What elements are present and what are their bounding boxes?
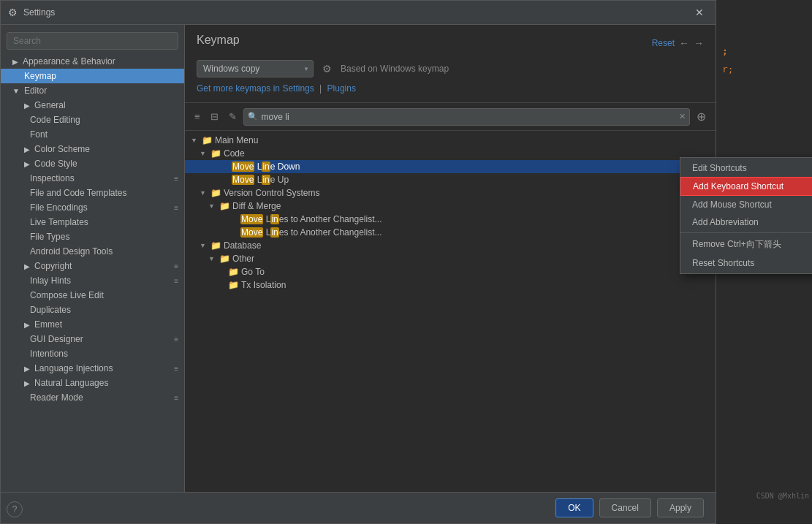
tree-search-input[interactable] xyxy=(243,108,690,126)
node-label: Main Menu xyxy=(215,135,710,145)
sidebar-item-label: Editor xyxy=(24,86,47,96)
nav-forward-button[interactable]: → xyxy=(694,37,704,49)
tree-node-move-line-down[interactable]: Move Line Down Ctrl+↓ xyxy=(185,160,716,173)
expand-arrow: ▶ xyxy=(12,58,18,66)
main-content-area: Keymap Reset ← → Windows copy ⚙ Based on… xyxy=(185,25,716,492)
help-button[interactable]: ? xyxy=(7,501,23,517)
expand-icon: ▼ xyxy=(200,189,208,197)
sidebar-item-code-editing[interactable]: Code Editing xyxy=(1,113,184,127)
sidebar-item-live-templates[interactable]: Live Templates xyxy=(1,215,184,229)
sidebar-search-input[interactable] xyxy=(7,32,178,50)
sidebar-item-code-style[interactable]: ▶ Code Style xyxy=(1,156,184,171)
context-menu-item-add-keyboard-shortcut[interactable]: Add Keyboard Shortcut xyxy=(680,177,812,196)
tree-node-goto[interactable]: 📁 Go To xyxy=(185,265,716,278)
close-button[interactable]: ✕ xyxy=(691,5,708,20)
highlight-li: in xyxy=(270,214,278,224)
more-keymaps-link[interactable]: Get more keymaps in Settings xyxy=(197,83,314,94)
tree-node-code[interactable]: ▼ 📁 Code xyxy=(185,147,716,160)
context-menu-item-add-mouse-shortcut[interactable]: Add Mouse Shortcut xyxy=(680,196,812,213)
sidebar-item-label: Inspections xyxy=(30,173,75,183)
expand-icon: ▼ xyxy=(208,202,217,210)
sidebar-item-inlay-hints[interactable]: Inlay Hints ≡ xyxy=(1,273,184,288)
nav-back-button[interactable]: ← xyxy=(679,37,689,49)
badge-icon: ≡ xyxy=(174,335,178,343)
tree-node-move-line-up[interactable]: Move Line Up Ctrl+↑ xyxy=(185,173,716,186)
context-menu-item-add-abbreviation[interactable]: Add Abbreviation xyxy=(680,213,812,231)
context-menu-item-edit-shortcuts[interactable]: Edit Shortcuts xyxy=(680,159,812,177)
sidebar-item-keymap[interactable]: Keymap xyxy=(1,69,184,83)
sidebar-item-color-scheme[interactable]: ▶ Color Scheme xyxy=(1,142,184,156)
expand-icon: ▼ xyxy=(200,242,208,249)
sidebar-item-android-design-tools[interactable]: Android Design Tools xyxy=(1,244,184,259)
ok-button[interactable]: OK xyxy=(555,498,593,517)
sidebar-item-label: Android Design Tools xyxy=(30,246,113,257)
sidebar-item-editor[interactable]: ▼ Editor xyxy=(1,83,184,98)
expand-arrow: ▶ xyxy=(24,321,30,329)
tree-node-tx-isolation[interactable]: 📁 Tx Isolation xyxy=(185,278,716,292)
badge-icon: ≡ xyxy=(174,204,178,212)
sidebar-item-label: Copyright xyxy=(34,261,72,271)
sidebar-item-file-code-templates[interactable]: File and Code Templates xyxy=(1,186,184,200)
highlight-move: Move xyxy=(240,227,263,238)
find-usages-button[interactable]: ⊕ xyxy=(693,107,710,126)
plugins-link[interactable]: Plugins xyxy=(327,83,356,94)
sidebar-item-label: Compose Live Edit xyxy=(30,290,104,300)
sidebar-item-label: Reader Mode xyxy=(30,392,83,403)
sidebar-item-duplicates[interactable]: Duplicates xyxy=(1,303,184,317)
sidebar-item-appearance-behavior[interactable]: ▶ Appearance & Behavior xyxy=(1,54,184,69)
cancel-button[interactable]: Cancel xyxy=(599,498,651,517)
search-clear-button[interactable]: ✕ xyxy=(679,112,686,121)
folder-icon: 📁 xyxy=(219,201,230,211)
sidebar-item-copyright[interactable]: ▶ Copyright ≡ xyxy=(1,259,184,273)
sidebar-item-language-injections[interactable]: ▶ Language Injections ≡ xyxy=(1,361,184,376)
highlight-li2: in xyxy=(262,175,270,185)
sidebar-item-label: Keymap xyxy=(24,71,56,81)
sidebar-item-compose-live-edit[interactable]: Compose Live Edit xyxy=(1,288,184,303)
sidebar-item-inspections[interactable]: Inspections ≡ xyxy=(1,171,184,186)
context-menu-item-remove-ctrl[interactable]: Remove Ctrl+向下箭头 xyxy=(680,235,812,254)
sidebar-item-label: Code Style xyxy=(34,159,77,169)
sidebar-item-label: Language Injections xyxy=(34,363,113,373)
tree-node-move-lines-changelist1[interactable]: Move Lines to Another Changelist... Alt+… xyxy=(185,213,716,226)
dialog-body: ▶ Appearance & Behavior Keymap ▼ Editor … xyxy=(1,25,716,492)
sidebar-item-file-encodings[interactable]: File Encodings ≡ xyxy=(1,200,184,215)
highlight-li: in xyxy=(270,227,278,238)
folder-icon: 📁 xyxy=(202,135,213,145)
sidebar-item-natural-languages[interactable]: ▶ Natural Languages xyxy=(1,376,184,390)
reset-link[interactable]: Reset xyxy=(652,38,675,48)
tree-node-database[interactable]: ▼ 📁 Database xyxy=(185,239,716,252)
keymap-dropdown[interactable]: Windows copy xyxy=(197,60,314,77)
sidebar-item-general[interactable]: ▶ General xyxy=(1,98,184,113)
keymap-gear-button[interactable]: ⚙ xyxy=(319,61,335,76)
sidebar-item-gui-designer[interactable]: GUI Designer ≡ xyxy=(1,332,184,346)
context-menu-separator xyxy=(680,232,812,233)
expand-all-button[interactable]: ≡ xyxy=(191,109,204,124)
tree-node-main-menu[interactable]: ▼ 📁 Main Menu xyxy=(185,134,716,147)
keymap-based-label: Based on Windows keymap xyxy=(341,64,449,74)
folder-icon: 📁 xyxy=(228,280,239,290)
folder-icon: 📁 xyxy=(228,267,239,277)
pipe-separator: | xyxy=(319,83,324,94)
sidebar-item-intentions[interactable]: Intentions xyxy=(1,346,184,361)
node-label: Code xyxy=(224,148,710,159)
keymap-header: Keymap Reset ← → Windows copy ⚙ Based on… xyxy=(185,25,716,103)
tree-node-other[interactable]: ▼ 📁 Other xyxy=(185,252,716,265)
app-icon: ⚙ xyxy=(8,7,18,18)
apply-button[interactable]: Apply xyxy=(657,498,704,517)
badge-icon: ≡ xyxy=(174,394,178,402)
collapse-all-button[interactable]: ⊟ xyxy=(207,109,222,124)
expand-arrow: ▶ xyxy=(24,145,30,153)
sidebar-item-emmet[interactable]: ▶ Emmet xyxy=(1,317,184,332)
edit-button[interactable]: ✎ xyxy=(225,109,240,124)
tree-node-diff-merge[interactable]: ▼ 📁 Diff & Merge xyxy=(185,200,716,213)
badge-icon: ≡ xyxy=(174,175,178,183)
sidebar-item-reader-mode[interactable]: Reader Mode ≡ xyxy=(1,390,184,405)
sidebar-item-font[interactable]: Font xyxy=(1,127,184,142)
sidebar-item-label: Color Scheme xyxy=(34,144,90,154)
tree-node-vcs[interactable]: ▼ 📁 Version Control Systems xyxy=(185,186,716,200)
badge-icon: ≡ xyxy=(174,365,178,373)
tree-node-move-lines-changelist2[interactable]: Move Lines to Another Changelist... Alt+… xyxy=(185,226,716,239)
dialog-title: Settings xyxy=(23,7,55,18)
context-menu-item-reset-shortcuts[interactable]: Reset Shortcuts xyxy=(680,254,812,272)
sidebar-item-file-types[interactable]: File Types xyxy=(1,229,184,244)
